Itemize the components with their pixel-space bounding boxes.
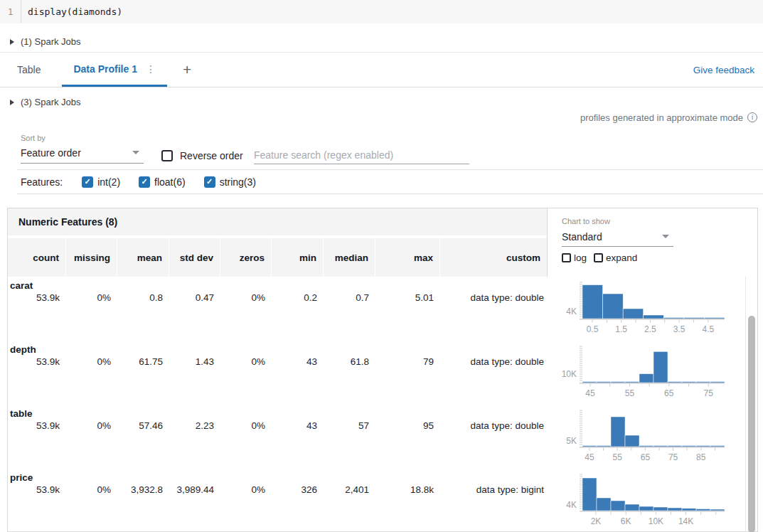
feature-row-carat: carat 53.9k 0% 0.8 0.47 0% 0.2 0.7 5.01 … bbox=[8, 277, 757, 341]
disclosure-triangle-icon bbox=[10, 100, 14, 105]
chart-to-show-label: Chart to show bbox=[562, 217, 757, 225]
svg-text:0.5: 0.5 bbox=[587, 324, 599, 334]
float-checkbox[interactable]: ✓ bbox=[139, 176, 150, 188]
log-checkbox[interactable] bbox=[562, 253, 571, 262]
svg-text:2K: 2K bbox=[591, 516, 602, 526]
line-number: 1 bbox=[0, 0, 21, 23]
cell-missing: 0% bbox=[66, 484, 117, 495]
svg-text:45: 45 bbox=[585, 452, 594, 462]
cell-zeros: 0% bbox=[220, 484, 272, 495]
filter-string[interactable]: ✓ string(3) bbox=[204, 176, 256, 188]
code-text[interactable]: display(diamonds) bbox=[21, 0, 122, 23]
spark-jobs-toggle-top[interactable]: (1) Spark Jobs bbox=[10, 36, 81, 47]
cell-max: 5.01 bbox=[375, 292, 440, 303]
tab-data-profile[interactable]: Data Profile 1 ⋮ bbox=[62, 53, 166, 87]
cell-std-dev: 3,989.44 bbox=[169, 484, 220, 495]
col-std-dev: std dev bbox=[169, 238, 220, 277]
info-icon[interactable]: i bbox=[747, 112, 757, 122]
expand-option[interactable]: expand bbox=[594, 252, 637, 263]
col-count: count bbox=[8, 238, 66, 277]
col-missing: missing bbox=[66, 238, 117, 277]
feature-row-price: price 53.9k 0% 3,932.8 3,989.44 0% 326 2… bbox=[8, 469, 757, 532]
filter-float[interactable]: ✓ float(6) bbox=[139, 176, 186, 188]
numeric-features-title: Numeric Features (8) bbox=[8, 208, 547, 237]
expand-checkbox[interactable] bbox=[594, 253, 603, 262]
col-mean: mean bbox=[117, 238, 169, 277]
scrollbar-track[interactable] bbox=[745, 277, 757, 532]
feature-search-input[interactable] bbox=[254, 146, 469, 164]
cell-std-dev: 1.43 bbox=[169, 356, 220, 367]
numeric-features-table: Numeric Features (8) count missing mean … bbox=[7, 208, 758, 532]
cell-custom: data type: double bbox=[440, 420, 547, 431]
svg-text:65: 65 bbox=[664, 388, 674, 398]
cell-mean: 3,932.8 bbox=[117, 484, 169, 495]
tab-overflow-menu-icon[interactable]: ⋮ bbox=[146, 64, 156, 74]
col-zeros: zeros bbox=[220, 238, 272, 277]
histogram-carat: 4K0.51.52.53.54.5 bbox=[551, 278, 727, 335]
result-tab-bar: Table Data Profile 1 ⋮ + Give feedback bbox=[0, 53, 763, 87]
add-tab-button[interactable]: + bbox=[171, 53, 203, 87]
col-custom: custom bbox=[440, 238, 547, 277]
col-max: max bbox=[375, 238, 440, 277]
feature-row-table: table 53.9k 0% 57.46 2.23 0% 43 57 95 da… bbox=[8, 405, 757, 469]
filter-int[interactable]: ✓ int(2) bbox=[82, 176, 120, 188]
int-checkbox[interactable]: ✓ bbox=[82, 176, 93, 188]
feature-name: price bbox=[10, 472, 33, 483]
sort-by-dropdown[interactable]: Feature order bbox=[21, 144, 144, 164]
svg-text:5K: 5K bbox=[566, 436, 577, 446]
disclosure-triangle-icon bbox=[10, 39, 14, 45]
svg-text:4K: 4K bbox=[566, 307, 577, 316]
cell-median: 2,401 bbox=[324, 484, 375, 495]
svg-text:1.5: 1.5 bbox=[615, 324, 627, 334]
cell-mean: 57.46 bbox=[117, 420, 169, 431]
spark-jobs-toggle-inner[interactable]: (3) Spark Jobs bbox=[10, 97, 81, 107]
cell-max: 18.8k bbox=[375, 484, 440, 495]
cell-zeros: 0% bbox=[220, 292, 272, 303]
cell-mean: 61.75 bbox=[117, 356, 169, 367]
feature-name: depth bbox=[10, 344, 36, 355]
svg-text:10K: 10K bbox=[562, 369, 577, 379]
cell-missing: 0% bbox=[66, 292, 117, 303]
scrollbar-thumb[interactable] bbox=[748, 316, 755, 532]
divider bbox=[17, 193, 763, 194]
histogram-table: 5K4555657585 bbox=[551, 406, 727, 463]
col-median: median bbox=[324, 238, 375, 277]
filter-int-label: int(2) bbox=[97, 176, 120, 188]
chevron-down-icon bbox=[132, 151, 139, 154]
svg-text:2.5: 2.5 bbox=[644, 324, 656, 334]
reverse-order-label: Reverse order bbox=[180, 150, 243, 161]
svg-text:55: 55 bbox=[625, 388, 635, 398]
sort-by-value: Feature order bbox=[21, 147, 81, 159]
cell-zeros: 0% bbox=[220, 420, 272, 431]
svg-text:6K: 6K bbox=[621, 516, 631, 526]
histogram-depth: 10K45556575 bbox=[551, 342, 727, 399]
chart-to-show-dropdown[interactable]: Standard bbox=[562, 228, 673, 247]
spark-jobs-top-label: (1) Spark Jobs bbox=[21, 36, 81, 47]
col-min: min bbox=[272, 238, 324, 277]
tab-table[interactable]: Table bbox=[7, 53, 50, 87]
histogram-price: 4K2K6K10K14K bbox=[551, 470, 727, 527]
sort-by-label: Sort by bbox=[21, 134, 46, 142]
cell-std-dev: 2.23 bbox=[169, 420, 220, 431]
check-icon: ✓ bbox=[206, 177, 213, 186]
cell-min: 43 bbox=[272, 420, 324, 431]
svg-text:45: 45 bbox=[585, 388, 595, 398]
cell-count: 53.9k bbox=[8, 356, 66, 367]
expand-label: expand bbox=[606, 252, 637, 263]
cell-missing: 0% bbox=[66, 356, 117, 367]
cell-min: 326 bbox=[272, 484, 324, 495]
column-header-row: count missing mean std dev zeros min med… bbox=[8, 238, 547, 277]
cell-median: 61.8 bbox=[324, 356, 375, 367]
svg-text:65: 65 bbox=[641, 452, 651, 462]
cell-median: 0.7 bbox=[324, 292, 375, 303]
code-cell[interactable]: 1 display(diamonds) bbox=[0, 0, 763, 23]
reverse-order-checkbox[interactable] bbox=[161, 150, 173, 161]
string-checkbox[interactable]: ✓ bbox=[204, 176, 215, 188]
log-option[interactable]: log bbox=[562, 252, 587, 263]
tab-data-profile-label: Data Profile 1 bbox=[73, 63, 137, 75]
chevron-down-icon bbox=[662, 235, 669, 238]
cell-count: 53.9k bbox=[8, 484, 66, 495]
cell-max: 79 bbox=[375, 356, 440, 367]
give-feedback-link[interactable]: Give feedback bbox=[693, 53, 754, 87]
cell-custom: data type: double bbox=[440, 356, 547, 367]
